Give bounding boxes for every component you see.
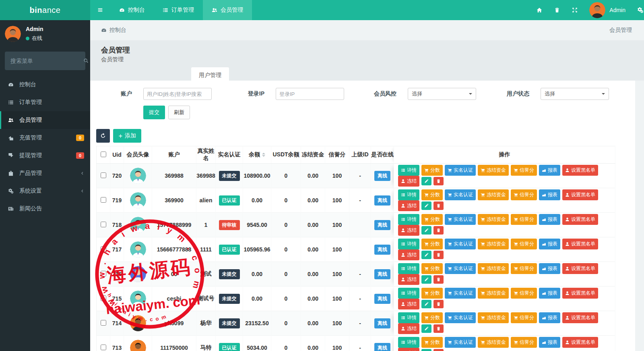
- navbar-home-button[interactable]: [530, 0, 548, 20]
- action-button-6[interactable]: 设置黑名单: [562, 214, 598, 225]
- action-button-3[interactable]: 冻结资金: [478, 288, 509, 299]
- action-trash-button[interactable]: [433, 177, 444, 185]
- action-button-5[interactable]: 报表: [539, 239, 560, 249]
- sidebar-item-7[interactable]: 新闻公告: [0, 200, 90, 218]
- action-button-0[interactable]: 详情: [398, 312, 419, 323]
- action-button-4[interactable]: 信誉分: [511, 312, 537, 323]
- action-button-6[interactable]: 设置黑名单: [562, 312, 598, 323]
- row-checkbox[interactable]: [101, 246, 106, 252]
- sidebar-item-0[interactable]: 控制台: [0, 76, 90, 93]
- action-pencil-button[interactable]: [421, 300, 431, 308]
- filter-select-3[interactable]: 选择: [541, 88, 609, 100]
- action-button-0[interactable]: 详情: [398, 288, 419, 299]
- action-button-7[interactable]: 冻结: [398, 225, 419, 236]
- filter-input-1[interactable]: [276, 88, 344, 100]
- action-button-4[interactable]: 信誉分: [511, 189, 537, 200]
- filter-select-2[interactable]: 选择: [408, 88, 476, 100]
- sidebar-item-4[interactable]: 提现管理0: [0, 147, 90, 164]
- sidebar-item-1[interactable]: 订单管理: [0, 93, 90, 111]
- action-button-3[interactable]: 冻结资金: [478, 165, 509, 176]
- row-checkbox[interactable]: [101, 271, 106, 276]
- action-button-1[interactable]: 分数: [421, 165, 443, 176]
- action-button-0[interactable]: 详情: [398, 189, 419, 200]
- action-button-5[interactable]: 报表: [539, 263, 560, 274]
- select-all-checkbox[interactable]: [101, 152, 106, 157]
- action-button-6[interactable]: 设置黑名单: [562, 288, 598, 299]
- refresh-form-button[interactable]: 刷新: [168, 106, 190, 119]
- action-button-1[interactable]: 分数: [421, 239, 443, 249]
- action-pencil-button[interactable]: [421, 177, 431, 185]
- action-button-1[interactable]: 分数: [421, 214, 443, 225]
- navbar-trash-button[interactable]: [548, 0, 566, 20]
- action-button-3[interactable]: 冻结资金: [478, 263, 509, 274]
- action-trash-button[interactable]: [433, 201, 444, 210]
- row-checkbox[interactable]: [101, 222, 106, 227]
- action-button-7[interactable]: 冻结: [398, 249, 419, 260]
- action-trash-button[interactable]: [433, 275, 444, 284]
- action-button-7[interactable]: 冻结: [398, 176, 419, 187]
- action-button-0[interactable]: 详情: [398, 239, 419, 249]
- sidebar-item-3[interactable]: 充值管理0: [0, 129, 90, 147]
- action-button-6[interactable]: 设置黑名单: [562, 263, 598, 274]
- action-button-3[interactable]: 冻结资金: [478, 214, 509, 225]
- action-button-3[interactable]: 冻结资金: [478, 312, 509, 323]
- action-button-2[interactable]: 实名认证: [445, 165, 476, 176]
- action-button-7[interactable]: 冻结: [398, 274, 419, 285]
- topnav-item-0[interactable]: 控制台: [110, 0, 154, 20]
- breadcrumb-left[interactable]: 控制台: [101, 27, 126, 34]
- action-button-6[interactable]: 设置黑名单: [562, 239, 598, 249]
- action-button-1[interactable]: 分数: [421, 337, 443, 348]
- action-button-1[interactable]: 分数: [421, 189, 443, 200]
- topnav-item-1[interactable]: 订单管理: [154, 0, 203, 20]
- action-trash-button[interactable]: [433, 324, 444, 333]
- action-button-6[interactable]: 设置黑名单: [562, 165, 598, 176]
- action-button-4[interactable]: 信誉分: [511, 288, 537, 299]
- action-button-1[interactable]: 分数: [421, 263, 443, 274]
- app-logo[interactable]: binance: [0, 0, 90, 20]
- action-button-5[interactable]: 报表: [539, 214, 560, 225]
- action-button-3[interactable]: 冻结资金: [478, 189, 509, 200]
- action-button-5[interactable]: 报表: [539, 165, 560, 176]
- col-header-5[interactable]: 余额: [243, 146, 271, 164]
- action-button-2[interactable]: 实名认证: [445, 189, 476, 200]
- action-button-7[interactable]: 冻结: [398, 299, 419, 309]
- action-pencil-button[interactable]: [421, 251, 431, 259]
- sidebar-search-input[interactable]: [10, 58, 83, 64]
- action-button-1[interactable]: 分数: [421, 312, 443, 323]
- action-button-5[interactable]: 报表: [539, 312, 560, 323]
- action-pencil-button[interactable]: [421, 324, 431, 333]
- action-pencil-button[interactable]: [421, 201, 431, 210]
- action-button-7[interactable]: 冻结: [398, 348, 419, 351]
- topnav-item-2[interactable]: 会员管理: [203, 0, 252, 20]
- submit-button[interactable]: 提交: [143, 106, 165, 119]
- action-trash-button[interactable]: [433, 349, 444, 351]
- navbar-expand-button[interactable]: [566, 0, 584, 20]
- action-button-5[interactable]: 报表: [539, 189, 560, 200]
- settings-gears-icon[interactable]: [631, 0, 644, 20]
- action-button-3[interactable]: 冻结资金: [478, 239, 509, 249]
- action-button-4[interactable]: 信誉分: [511, 165, 537, 176]
- row-checkbox[interactable]: [101, 172, 106, 178]
- action-trash-button[interactable]: [433, 300, 444, 308]
- search-icon[interactable]: [83, 58, 89, 64]
- action-button-2[interactable]: 实名认证: [445, 337, 476, 348]
- row-checkbox[interactable]: [101, 197, 106, 203]
- sidebar-toggle[interactable]: [90, 0, 110, 20]
- action-button-4[interactable]: 信誉分: [511, 337, 537, 348]
- sort-icon[interactable]: [262, 151, 265, 158]
- action-button-1[interactable]: 分数: [421, 288, 443, 299]
- action-button-6[interactable]: 设置黑名单: [562, 189, 598, 200]
- sidebar-item-6[interactable]: 系统设置: [0, 182, 90, 200]
- action-button-6[interactable]: 设置黑名单: [562, 337, 598, 348]
- action-button-7[interactable]: 冻结: [398, 323, 419, 334]
- action-button-5[interactable]: 报表: [539, 337, 560, 348]
- action-button-2[interactable]: 实名认证: [445, 312, 476, 323]
- action-pencil-button[interactable]: [421, 275, 431, 284]
- action-button-0[interactable]: 详情: [398, 165, 419, 176]
- sidebar-item-5[interactable]: 产品管理: [0, 164, 90, 182]
- action-button-3[interactable]: 冻结资金: [478, 337, 509, 348]
- action-button-4[interactable]: 信誉分: [511, 263, 537, 274]
- action-pencil-button[interactable]: [421, 226, 431, 235]
- action-button-0[interactable]: 详情: [398, 263, 419, 274]
- sidebar-item-2[interactable]: 会员管理: [0, 111, 90, 129]
